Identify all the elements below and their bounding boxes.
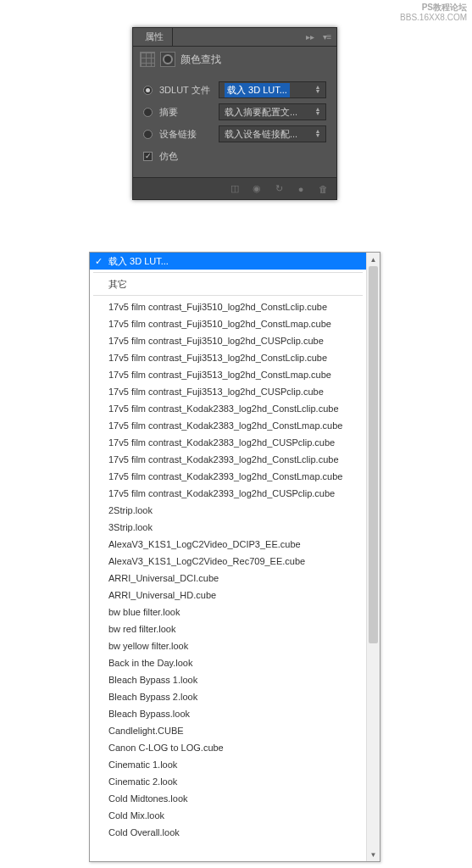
- radio-devicelink[interactable]: [143, 130, 153, 139]
- row-devicelink: 设备链接 载入设备链接配... ▲▼: [143, 123, 326, 145]
- list-item[interactable]: ARRI_Universal_DCI.cube: [90, 570, 366, 587]
- panel-header: 属性 ▸▸ ▾≡: [133, 28, 336, 47]
- radio-3dlut[interactable]: [143, 86, 153, 95]
- list-item[interactable]: bw blue filter.look: [90, 604, 366, 620]
- list-item[interactable]: 17v5 film contrast_Fuji3513_log2hd_Const…: [90, 349, 366, 366]
- panel-title: 颜色查找: [180, 53, 221, 67]
- label-3dlut: 3DLUT 文件: [159, 84, 212, 97]
- panel-footer: ◫ ◉ ↻ ● 🗑: [133, 177, 336, 199]
- label-dither: 仿色: [159, 150, 212, 163]
- list-item[interactable]: ARRI_Universal_HD.cube: [90, 587, 366, 604]
- list-item[interactable]: bw yellow filter.look: [90, 637, 366, 654]
- watermark-line1: PS教程论坛: [400, 3, 467, 13]
- list-item[interactable]: Cold Overall.look: [90, 824, 366, 841]
- list-content: 载入 3D LUT... 其它 17v5 film contrast_Fuji3…: [90, 253, 366, 861]
- scrollbar[interactable]: ▲ ▼: [366, 253, 380, 861]
- stepper-icon: ▲▼: [312, 86, 324, 94]
- dropdown-abstract-value: 载入摘要配置文...: [225, 106, 297, 119]
- row-abstract: 摘要 载入摘要配置文... ▲▼: [143, 101, 326, 123]
- view-icon[interactable]: ◉: [250, 183, 264, 195]
- stepper-icon: ▲▼: [312, 130, 324, 138]
- list-item[interactable]: 17v5 film contrast_Fuji3510_log2hd_Const…: [90, 315, 366, 332]
- label-abstract: 摘要: [159, 106, 212, 119]
- list-item[interactable]: AlexaV3_K1S1_LogC2Video_Rec709_EE.cube: [90, 553, 366, 570]
- scroll-up-icon[interactable]: ▲: [367, 253, 380, 266]
- clip-icon[interactable]: ◫: [228, 183, 242, 195]
- list-item[interactable]: Back in the Day.look: [90, 654, 366, 671]
- lut-dropdown-list: 载入 3D LUT... 其它 17v5 film contrast_Fuji3…: [89, 252, 380, 862]
- list-item[interactable]: 17v5 film contrast_Kodak2393_log2hd_CUSP…: [90, 485, 366, 502]
- list-item[interactable]: 3Strip.look: [90, 519, 366, 536]
- panel-tab-properties[interactable]: 属性: [136, 28, 173, 46]
- list-item[interactable]: 17v5 film contrast_Fuji3510_log2hd_CUSPc…: [90, 332, 366, 349]
- checkbox-dither[interactable]: ✓: [143, 152, 153, 161]
- list-item[interactable]: Cinematic 2.look: [90, 773, 366, 790]
- collapse-icon[interactable]: ▸▸: [304, 31, 316, 43]
- list-item[interactable]: 17v5 film contrast_Kodak2383_log2hd_CUSP…: [90, 434, 366, 451]
- list-item[interactable]: 2Strip.look: [90, 502, 366, 519]
- label-devicelink: 设备链接: [159, 128, 212, 141]
- menu-icon[interactable]: ▾≡: [321, 31, 333, 43]
- visibility-icon[interactable]: ●: [294, 183, 308, 195]
- reset-icon[interactable]: ↻: [272, 183, 286, 195]
- list-item[interactable]: Bleach Bypass 2.look: [90, 688, 366, 705]
- row-dither: ✓ 仿色: [143, 145, 326, 167]
- divider: [93, 272, 363, 273]
- list-item[interactable]: 17v5 film contrast_Fuji3513_log2hd_CUSPc…: [90, 383, 366, 400]
- dropdown-3dlut[interactable]: 载入 3D LUT... ▲▼: [219, 81, 326, 98]
- scroll-thumb[interactable]: [369, 266, 378, 643]
- dropdown-devicelink[interactable]: 载入设备链接配... ▲▼: [219, 125, 326, 142]
- panel-body: 3DLUT 文件 载入 3D LUT... ▲▼ 摘要 载入摘要配置文... ▲…: [133, 72, 336, 177]
- list-item[interactable]: bw red filter.look: [90, 620, 366, 637]
- radio-abstract[interactable]: [143, 108, 153, 117]
- list-item[interactable]: Bleach Bypass 1.look: [90, 671, 366, 688]
- trash-icon[interactable]: 🗑: [316, 183, 330, 195]
- list-item[interactable]: Cinematic 1.look: [90, 756, 366, 773]
- panel-subheader: 颜色查找: [133, 47, 336, 72]
- watermark: PS教程论坛 BBS.16XX8.COM: [400, 3, 467, 23]
- dropdown-3dlut-value: 载入 3D LUT...: [225, 83, 290, 97]
- list-item[interactable]: 17v5 film contrast_Fuji3510_log2hd_Const…: [90, 298, 366, 315]
- list-item[interactable]: Canon C-LOG to LOG.cube: [90, 739, 366, 756]
- list-item[interactable]: 17v5 film contrast_Kodak2383_log2hd_Cons…: [90, 417, 366, 434]
- list-item[interactable]: AlexaV3_K1S1_LogC2Video_DCIP3_EE.cube: [90, 536, 366, 553]
- list-item-other[interactable]: 其它: [90, 275, 366, 292]
- divider: [93, 295, 363, 296]
- list-item[interactable]: 17v5 film contrast_Kodak2383_log2hd_Cons…: [90, 400, 366, 417]
- list-item-load3dlut[interactable]: 载入 3D LUT...: [90, 253, 366, 270]
- grid-icon[interactable]: [140, 52, 155, 67]
- scroll-down-icon[interactable]: ▼: [367, 848, 380, 861]
- list-item[interactable]: Cold Mix.look: [90, 807, 366, 824]
- list-item[interactable]: 17v5 film contrast_Kodak2393_log2hd_Cons…: [90, 468, 366, 485]
- stepper-icon: ▲▼: [312, 108, 324, 116]
- dropdown-abstract[interactable]: 载入摘要配置文... ▲▼: [219, 103, 326, 120]
- adjustment-icon[interactable]: [160, 52, 175, 67]
- list-item[interactable]: Candlelight.CUBE: [90, 722, 366, 739]
- list-item[interactable]: 17v5 film contrast_Fuji3513_log2hd_Const…: [90, 366, 366, 383]
- watermark-line2: BBS.16XX8.COM: [400, 13, 467, 23]
- properties-panel: 属性 ▸▸ ▾≡ 颜色查找 3DLUT 文件 载入 3D LUT... ▲▼ 摘…: [132, 27, 337, 200]
- list-item[interactable]: 17v5 film contrast_Kodak2393_log2hd_Cons…: [90, 451, 366, 468]
- list-item[interactable]: Cold Midtones.look: [90, 790, 366, 807]
- dropdown-devicelink-value: 载入设备链接配...: [225, 128, 297, 141]
- list-item[interactable]: Bleach Bypass.look: [90, 705, 366, 722]
- row-3dlut: 3DLUT 文件 载入 3D LUT... ▲▼: [143, 79, 326, 101]
